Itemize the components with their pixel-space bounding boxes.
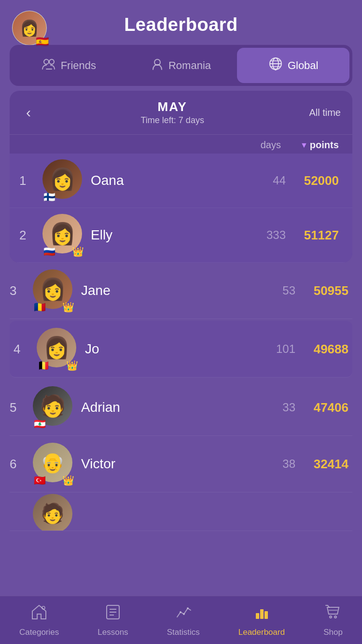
avatar-image-7: 🧑 — [33, 494, 72, 532]
all-time-button[interactable]: All time — [309, 107, 341, 118]
svg-point-13 — [183, 613, 185, 615]
crown-6: 👑 — [62, 476, 74, 485]
nav-shop-label: Shop — [323, 628, 343, 637]
avatar-6: 👴 🇹🇷 👑 — [33, 443, 75, 485]
name-1: Oana — [91, 173, 252, 188]
days-2: 333 — [252, 228, 286, 242]
svg-point-18 — [330, 616, 332, 618]
name-5: Adrian — [81, 400, 262, 415]
tab-romania-label: Romania — [168, 59, 211, 72]
tab-global[interactable]: Global — [237, 48, 349, 83]
days-4: 101 — [262, 342, 295, 356]
name-3: Jane — [81, 283, 262, 298]
rank-1: 1 — [19, 173, 37, 188]
points-2: 51127 — [295, 228, 339, 243]
tab-global-label: Global — [288, 59, 319, 72]
flag-6: 🇹🇷 — [34, 476, 46, 485]
table-row: 2 👩 🇷🇺 👑 Elly 333 51127 — [10, 208, 352, 263]
svg-point-19 — [334, 616, 336, 618]
name-6: Victor — [81, 456, 262, 472]
user-avatar[interactable]: 👩 🇪🇸 — [12, 11, 47, 45]
days-3: 53 — [262, 284, 295, 297]
nav-lessons-label: Lessons — [97, 628, 128, 637]
categories-icon — [30, 603, 48, 625]
flag-2: 🇷🇺 — [43, 247, 56, 256]
nav-statistics[interactable]: Statistics — [159, 600, 208, 641]
svg-rect-17 — [265, 611, 268, 619]
avatar-5: 🧑 🇱🇧 — [33, 386, 75, 429]
nav-statistics-label: Statistics — [167, 628, 200, 637]
table-row: 5 🧑 🇱🇧 Adrian 33 47406 — [10, 379, 352, 436]
nav-lessons[interactable]: Lessons — [90, 600, 136, 641]
leaderboard-panel: ‹ MAY Time left: 7 days All time days ▼ … — [10, 91, 352, 263]
name-4: Jo — [85, 341, 262, 357]
nav-leaderboard-label: Leaderboard — [238, 628, 285, 637]
global-icon — [268, 56, 283, 74]
avatar-7: 🧑 — [33, 494, 75, 532]
tab-selector: Friends Romania Global — [10, 45, 352, 86]
crown-4: 👑 — [66, 361, 78, 370]
points-3: 50955 — [305, 283, 348, 298]
rank-3: 3 — [10, 283, 27, 298]
flag-4: 🇧🇪 — [38, 361, 50, 370]
svg-point-0 — [44, 59, 49, 64]
avatar-1: 👩 🇫🇮 — [42, 159, 85, 202]
svg-point-6 — [275, 69, 277, 70]
crown-3: 👑 — [62, 302, 74, 312]
flag-1: 🇫🇮 — [43, 192, 56, 202]
month-info: MAY Time left: 7 days — [141, 99, 204, 126]
svg-rect-16 — [260, 609, 264, 619]
rank-5: 5 — [10, 400, 27, 415]
points-6: 32414 — [305, 457, 348, 472]
statistics-icon — [175, 603, 192, 625]
avatar-2: 👩 🇷🇺 👑 — [42, 214, 85, 256]
svg-point-1 — [49, 59, 54, 64]
lessons-icon — [104, 603, 122, 625]
month-subtitle: Time left: 7 days — [141, 115, 204, 126]
days-5: 33 — [262, 401, 295, 414]
friends-icon — [42, 57, 56, 73]
outer-rows: 3 👩 🇷🇴 👑 Jane 53 50955 4 👩 🇧🇪 👑 Jo 101 4… — [10, 263, 352, 531]
leaderboard-icon — [253, 603, 270, 625]
flag-5: 🇱🇧 — [34, 419, 46, 429]
tab-friends-label: Friends — [61, 59, 96, 72]
table-row: 🧑 — [10, 492, 352, 531]
name-2: Elly — [91, 227, 252, 243]
nav-categories-label: Categories — [19, 628, 59, 637]
month-header: ‹ MAY Time left: 7 days All time — [10, 91, 352, 135]
page-title: Leaderboard — [124, 14, 238, 35]
back-button[interactable]: ‹ — [21, 102, 36, 123]
crown-2: 👑 — [72, 247, 84, 256]
days-column-header: days — [252, 140, 281, 151]
avatar-3: 👩 🇷🇴 👑 — [33, 269, 75, 312]
rank-4: 4 — [14, 342, 31, 357]
svg-point-14 — [187, 607, 189, 609]
column-headers: days ▼ points — [10, 135, 352, 154]
points-4: 49688 — [305, 342, 348, 357]
table-row: 4 👩 🇧🇪 👑 Jo 101 49688 — [10, 321, 352, 378]
month-name: MAY — [141, 99, 204, 114]
days-1: 44 — [252, 174, 286, 187]
nav-shop[interactable]: Shop — [316, 600, 350, 641]
table-row: 6 👴 🇹🇷 👑 Victor 38 32414 — [10, 436, 352, 492]
avatar-4: 👩 🇧🇪 👑 — [37, 328, 79, 370]
points-5: 47406 — [305, 400, 348, 415]
nav-categories[interactable]: Categories — [12, 600, 67, 641]
flag-3: 🇷🇴 — [34, 302, 46, 312]
shop-icon — [324, 603, 342, 625]
header: 👩 🇪🇸 Leaderboard — [0, 0, 362, 45]
points-column-header: ▼ points — [300, 140, 339, 151]
nav-leaderboard[interactable]: Leaderboard — [231, 600, 292, 641]
svg-rect-15 — [256, 613, 259, 619]
days-6: 38 — [262, 457, 295, 471]
tab-friends[interactable]: Friends — [13, 49, 125, 82]
table-row: 3 👩 🇷🇴 👑 Jane 53 50955 — [10, 263, 352, 319]
rank-6: 6 — [10, 457, 27, 472]
tab-romania[interactable]: Romania — [125, 48, 237, 83]
romania-icon — [151, 57, 164, 74]
sort-down-icon: ▼ — [300, 141, 308, 150]
rank-2: 2 — [19, 228, 37, 243]
table-row: 1 👩 🇫🇮 Oana 44 52000 — [10, 154, 352, 208]
points-1: 52000 — [295, 173, 339, 188]
bottom-navigation: Categories Lessons Statistics — [0, 596, 362, 644]
